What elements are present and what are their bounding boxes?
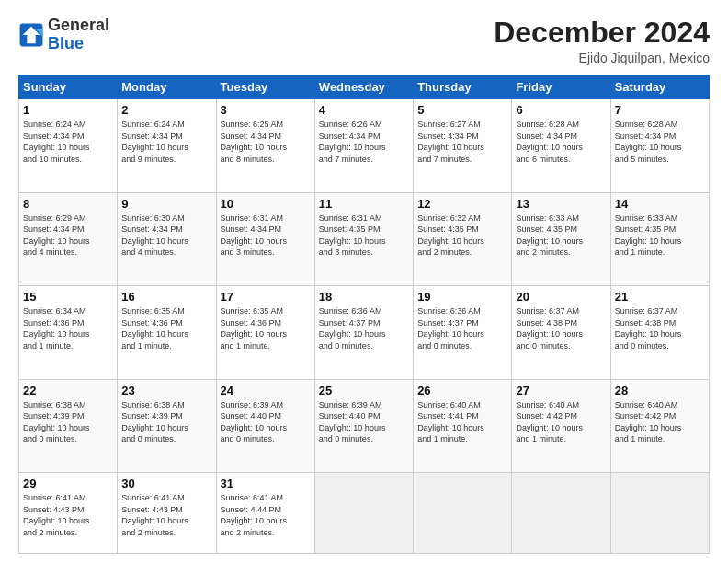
day-info: Sunrise: 6:30 AM Sunset: 4:34 PM Dayligh…: [121, 213, 211, 259]
logo-general: General: [48, 17, 109, 35]
calendar-day-cell: 24Sunrise: 6:39 AM Sunset: 4:40 PM Dayli…: [216, 379, 314, 472]
header: General Blue December 2024 Ejido Jiquilp…: [18, 17, 710, 65]
calendar-day-cell: 15Sunrise: 6:34 AM Sunset: 4:36 PM Dayli…: [19, 286, 118, 379]
calendar-day-cell: 21Sunrise: 6:37 AM Sunset: 4:38 PM Dayli…: [610, 286, 709, 379]
calendar-day-cell: 30Sunrise: 6:41 AM Sunset: 4:43 PM Dayli…: [118, 472, 216, 553]
calendar-day-cell: 10Sunrise: 6:31 AM Sunset: 4:34 PM Dayli…: [216, 192, 314, 285]
day-info: Sunrise: 6:26 AM Sunset: 4:34 PM Dayligh…: [319, 119, 409, 165]
calendar-day-header: Monday: [118, 75, 216, 99]
day-info: Sunrise: 6:37 AM Sunset: 4:38 PM Dayligh…: [516, 305, 606, 351]
calendar-day-cell: 6Sunrise: 6:28 AM Sunset: 4:34 PM Daylig…: [512, 99, 610, 192]
day-info: Sunrise: 6:40 AM Sunset: 4:42 PM Dayligh…: [516, 399, 606, 445]
day-number: 20: [516, 290, 606, 304]
calendar-week-row: 29Sunrise: 6:41 AM Sunset: 4:43 PM Dayli…: [19, 472, 710, 553]
day-number: 3: [221, 103, 311, 117]
calendar-header-row: SundayMondayTuesdayWednesdayThursdayFrid…: [19, 75, 710, 99]
day-info: Sunrise: 6:35 AM Sunset: 4:36 PM Dayligh…: [121, 305, 211, 351]
calendar-week-row: 22Sunrise: 6:38 AM Sunset: 4:39 PM Dayli…: [19, 379, 710, 472]
calendar-day-cell: 29Sunrise: 6:41 AM Sunset: 4:43 PM Dayli…: [19, 472, 118, 553]
page: General Blue December 2024 Ejido Jiquilp…: [0, 0, 728, 563]
day-number: 19: [417, 290, 507, 304]
month-year: December 2024: [494, 17, 710, 49]
day-number: 13: [516, 197, 606, 211]
calendar-day-cell: 7Sunrise: 6:28 AM Sunset: 4:34 PM Daylig…: [610, 99, 709, 192]
day-info: Sunrise: 6:36 AM Sunset: 4:37 PM Dayligh…: [417, 305, 507, 351]
calendar-day-header: Sunday: [19, 75, 118, 99]
day-info: Sunrise: 6:39 AM Sunset: 4:40 PM Dayligh…: [221, 399, 311, 445]
day-number: 15: [23, 290, 113, 304]
calendar-day-header: Tuesday: [216, 75, 314, 99]
calendar-day-cell: 1Sunrise: 6:24 AM Sunset: 4:34 PM Daylig…: [19, 99, 118, 192]
calendar-day-cell: 31Sunrise: 6:41 AM Sunset: 4:44 PM Dayli…: [216, 472, 314, 553]
day-number: 22: [23, 384, 113, 397]
calendar-day-cell: [314, 472, 413, 553]
day-info: Sunrise: 6:25 AM Sunset: 4:34 PM Dayligh…: [221, 119, 311, 165]
day-number: 1: [23, 103, 113, 117]
day-number: 21: [615, 290, 705, 304]
calendar-week-row: 8Sunrise: 6:29 AM Sunset: 4:34 PM Daylig…: [19, 192, 710, 285]
day-number: 24: [221, 384, 311, 397]
calendar-week-row: 15Sunrise: 6:34 AM Sunset: 4:36 PM Dayli…: [19, 286, 710, 379]
logo-blue: Blue: [48, 35, 109, 53]
calendar-day-cell: 13Sunrise: 6:33 AM Sunset: 4:35 PM Dayli…: [512, 192, 610, 285]
day-info: Sunrise: 6:38 AM Sunset: 4:39 PM Dayligh…: [121, 399, 211, 445]
day-number: 11: [319, 197, 409, 211]
day-number: 17: [221, 290, 311, 304]
calendar-day-header: Thursday: [414, 75, 512, 99]
day-number: 18: [319, 290, 409, 304]
calendar-day-cell: [414, 472, 512, 553]
day-info: Sunrise: 6:41 AM Sunset: 4:43 PM Dayligh…: [23, 492, 113, 538]
calendar-day-cell: 18Sunrise: 6:36 AM Sunset: 4:37 PM Dayli…: [314, 286, 413, 379]
calendar-day-cell: 20Sunrise: 6:37 AM Sunset: 4:38 PM Dayli…: [512, 286, 610, 379]
day-number: 30: [121, 477, 211, 490]
day-info: Sunrise: 6:24 AM Sunset: 4:34 PM Dayligh…: [121, 119, 211, 165]
calendar-day-cell: 17Sunrise: 6:35 AM Sunset: 4:36 PM Dayli…: [216, 286, 314, 379]
day-number: 26: [417, 384, 507, 397]
title-area: December 2024 Ejido Jiquilpan, Mexico: [494, 17, 710, 65]
day-number: 16: [121, 290, 211, 304]
day-info: Sunrise: 6:24 AM Sunset: 4:34 PM Dayligh…: [23, 119, 113, 165]
day-info: Sunrise: 6:40 AM Sunset: 4:41 PM Dayligh…: [417, 399, 507, 445]
day-number: 28: [615, 384, 705, 397]
calendar-day-cell: 9Sunrise: 6:30 AM Sunset: 4:34 PM Daylig…: [118, 192, 216, 285]
day-info: Sunrise: 6:31 AM Sunset: 4:35 PM Dayligh…: [319, 213, 409, 259]
day-number: 31: [221, 477, 311, 490]
calendar-day-cell: [610, 472, 709, 553]
calendar-day-cell: 27Sunrise: 6:40 AM Sunset: 4:42 PM Dayli…: [512, 379, 610, 472]
calendar-day-cell: 16Sunrise: 6:35 AM Sunset: 4:36 PM Dayli…: [118, 286, 216, 379]
day-number: 6: [516, 103, 606, 117]
day-number: 9: [121, 197, 211, 211]
calendar-week-row: 1Sunrise: 6:24 AM Sunset: 4:34 PM Daylig…: [19, 99, 710, 192]
calendar-day-cell: 19Sunrise: 6:36 AM Sunset: 4:37 PM Dayli…: [414, 286, 512, 379]
day-number: 8: [23, 197, 113, 211]
day-info: Sunrise: 6:36 AM Sunset: 4:37 PM Dayligh…: [319, 305, 409, 351]
day-number: 2: [121, 103, 211, 117]
day-number: 14: [615, 197, 705, 211]
calendar-day-cell: 14Sunrise: 6:33 AM Sunset: 4:35 PM Dayli…: [610, 192, 709, 285]
day-number: 4: [319, 103, 409, 117]
calendar-day-cell: 3Sunrise: 6:25 AM Sunset: 4:34 PM Daylig…: [216, 99, 314, 192]
calendar-day-header: Wednesday: [314, 75, 413, 99]
day-info: Sunrise: 6:32 AM Sunset: 4:35 PM Dayligh…: [417, 213, 507, 259]
day-info: Sunrise: 6:29 AM Sunset: 4:34 PM Dayligh…: [23, 213, 113, 259]
calendar-day-cell: [512, 472, 610, 553]
day-info: Sunrise: 6:38 AM Sunset: 4:39 PM Dayligh…: [23, 399, 113, 445]
calendar-day-cell: 8Sunrise: 6:29 AM Sunset: 4:34 PM Daylig…: [19, 192, 118, 285]
calendar-day-cell: 11Sunrise: 6:31 AM Sunset: 4:35 PM Dayli…: [314, 192, 413, 285]
day-info: Sunrise: 6:28 AM Sunset: 4:34 PM Dayligh…: [516, 119, 606, 165]
day-info: Sunrise: 6:27 AM Sunset: 4:34 PM Dayligh…: [417, 119, 507, 165]
day-number: 10: [221, 197, 311, 211]
day-info: Sunrise: 6:39 AM Sunset: 4:40 PM Dayligh…: [319, 399, 409, 445]
day-number: 5: [417, 103, 507, 117]
day-number: 12: [417, 197, 507, 211]
calendar-day-header: Friday: [512, 75, 610, 99]
day-info: Sunrise: 6:33 AM Sunset: 4:35 PM Dayligh…: [516, 213, 606, 259]
calendar-day-cell: 28Sunrise: 6:40 AM Sunset: 4:42 PM Dayli…: [610, 379, 709, 472]
logo-icon: [18, 22, 44, 48]
calendar-table: SundayMondayTuesdayWednesdayThursdayFrid…: [18, 75, 710, 554]
calendar-day-cell: 4Sunrise: 6:26 AM Sunset: 4:34 PM Daylig…: [314, 99, 413, 192]
logo: General Blue: [18, 17, 109, 53]
day-info: Sunrise: 6:31 AM Sunset: 4:34 PM Dayligh…: [221, 213, 311, 259]
day-number: 29: [23, 477, 113, 490]
calendar-day-cell: 12Sunrise: 6:32 AM Sunset: 4:35 PM Dayli…: [414, 192, 512, 285]
